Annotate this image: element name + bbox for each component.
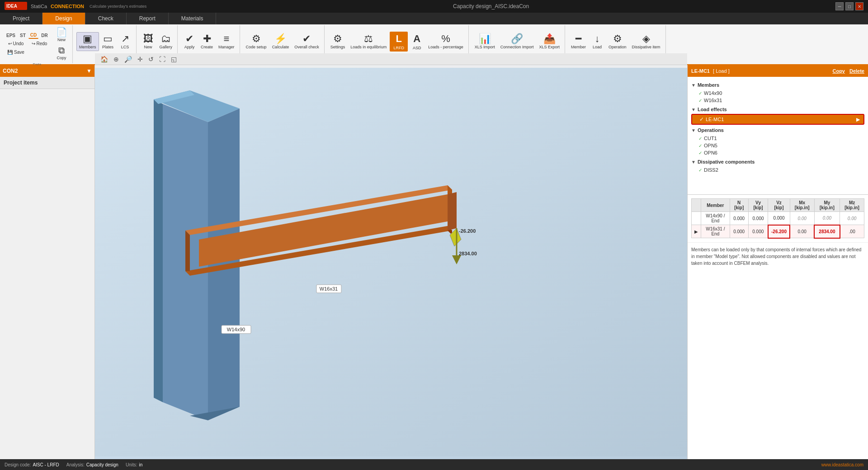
st-button[interactable]: ST	[18, 32, 28, 39]
xls-import-button[interactable]: 📊 XLS Import	[472, 33, 497, 51]
ribbon-group-data: EPS ST CD DR ↩ Undo ↪ Redo 💾 Save 📄 New	[2, 25, 73, 63]
tree-dissipative-category[interactable]: ▼ Dissipative components	[691, 159, 864, 164]
new-load-icon: ↓	[594, 34, 599, 44]
manager-icon: ≡	[223, 34, 229, 44]
rotate-icon[interactable]: ↺	[146, 55, 156, 64]
website-link[interactable]: www.ideastatica.com	[821, 462, 863, 467]
undo-button[interactable]: ↩ Undo	[5, 40, 27, 47]
col-vy: Vy [kip]	[748, 199, 768, 212]
fit-icon[interactable]: ⛶	[157, 55, 167, 64]
tree-item-le-mc1[interactable]: ✓ LE-MC1 ▶	[691, 114, 864, 125]
code-setup-button[interactable]: ⚙ Code setup	[244, 33, 269, 51]
lrfd-button[interactable]: L LRFD	[390, 32, 408, 52]
tab-report[interactable]: Report	[127, 13, 169, 24]
tree-members-category[interactable]: ▼ Members	[691, 82, 864, 88]
row2-member: W16x31 / End	[701, 225, 730, 238]
row2-my[interactable]: 2834.00	[814, 225, 840, 238]
ribbon-data-buttons: EPS ST CD DR ↩ Undo ↪ Redo 💾 Save 📄 New	[5, 26, 70, 61]
tree-operations-category[interactable]: ▼ Operations	[691, 127, 864, 133]
new-load-button[interactable]: ↓ Load	[589, 33, 605, 51]
logo-area: IDEA StatiCa CONNECTION Calculate yester…	[5, 2, 146, 11]
module-name: CONNECTION	[51, 4, 84, 9]
pan-icon[interactable]: ✛	[136, 55, 145, 64]
row2-vy: 0.000	[748, 225, 768, 238]
overall-check-button[interactable]: ✔ Overall check	[292, 33, 321, 51]
tab-design[interactable]: Design	[42, 13, 85, 24]
close-button[interactable]: ✕	[855, 2, 863, 10]
new-picture-button[interactable]: 🖼 New	[140, 33, 156, 51]
tab-materials[interactable]: Materials	[169, 13, 217, 24]
section-icon[interactable]: ◱	[169, 55, 179, 64]
plates-button[interactable]: ▭ Plates	[100, 33, 116, 51]
loads-equilibrium-button[interactable]: ⚖ Loads in equilibrium	[348, 33, 389, 51]
nav-tabs: Project Design Check Report Materials	[0, 13, 868, 24]
new-button[interactable]: 📄 New	[53, 26, 70, 43]
settings-button[interactable]: ⚙ Settings	[328, 33, 348, 51]
zoom-fit-icon[interactable]: ⊕	[112, 55, 121, 64]
panel-header-title: LE-MC1 [ Load ]	[691, 68, 730, 74]
loads-percentage-button[interactable]: % Loads - percentage	[426, 33, 466, 51]
row2-mz: .00	[840, 225, 864, 238]
save-button[interactable]: 💾 Save	[5, 48, 27, 56]
panel-header: LE-MC1 [ Load ] Copy Delete	[688, 65, 868, 77]
le-mc1-label: LE-MC1	[706, 117, 724, 122]
project-dropdown[interactable]: CON2 ▼	[0, 65, 94, 77]
panel-delete-button[interactable]: Delete	[849, 68, 864, 74]
svg-text:-26.200: -26.200	[459, 228, 476, 234]
new-dissipative-button[interactable]: ◈ Dissipative item	[629, 33, 662, 51]
eps-button[interactable]: EPS	[5, 32, 17, 39]
maximize-button[interactable]: □	[845, 2, 854, 10]
lcs-icon: ↗	[121, 34, 129, 44]
w14x90-label: W14x90	[704, 90, 722, 96]
col-expand	[692, 199, 701, 212]
dr-button[interactable]: DR	[39, 32, 49, 39]
connection-import-button[interactable]: 🔗 Connection Import	[498, 33, 536, 51]
row2-expand[interactable]: ▶	[692, 225, 701, 238]
tree-item-opn5[interactable]: ✓ OPN5	[691, 142, 864, 149]
manager-button[interactable]: ≡ Manager	[216, 33, 237, 51]
ribbon-options-buttons: ⚙ Settings ⚖ Loads in equilibrium L LRFD…	[328, 26, 466, 57]
tab-check[interactable]: Check	[85, 13, 127, 24]
new-member-button[interactable]: ━ Member	[569, 33, 588, 51]
apply-button[interactable]: ✔ Apply	[181, 33, 198, 51]
diss2-label: DISS2	[704, 167, 718, 173]
lcs-button[interactable]: ↗ LCS	[117, 33, 133, 51]
calculate-button[interactable]: ⚡ Calculate	[270, 33, 292, 51]
loads-equilibrium-icon: ⚖	[364, 34, 373, 44]
members-label: Members	[698, 82, 719, 88]
apply-icon: ✔	[185, 34, 193, 44]
row2-vz[interactable]: -26.200	[768, 225, 790, 238]
new-operation-button[interactable]: ⚙ Operation	[606, 33, 629, 51]
tree-item-opn6[interactable]: ✓ OPN6	[691, 149, 864, 156]
new-operation-icon: ⚙	[613, 34, 622, 44]
load-effect-subtitle: [ Load ]	[713, 68, 730, 74]
dropdown-arrow-icon: ▼	[86, 68, 92, 74]
redo-button[interactable]: ↪ Redo	[28, 40, 51, 47]
cd-button[interactable]: CD	[28, 32, 38, 39]
window-controls[interactable]: ─ □ ✕	[835, 2, 863, 10]
le-mc1-check-icon: ✓	[699, 116, 704, 122]
tree-item-diss2[interactable]: ✓ DISS2	[691, 166, 864, 174]
home-icon[interactable]: 🏠	[99, 55, 110, 64]
xls-export-button[interactable]: 📤 XLS Export	[537, 33, 562, 51]
tree-item-w14x90[interactable]: ✓ W14x90	[691, 89, 864, 97]
viewport[interactable]: Solid Transparent Wireframe Production c…	[95, 65, 687, 459]
asd-button[interactable]: A ASD	[409, 32, 425, 52]
connection-import-icon: 🔗	[511, 34, 523, 44]
members-button[interactable]: ▣ Members	[76, 32, 99, 51]
gallery-icon: 🗂	[161, 34, 171, 44]
new-picture-icon: 🖼	[143, 34, 153, 44]
ribbon-template-buttons: ✔ Apply ✚ Create ≡ Manager	[181, 26, 237, 57]
product-name: StatiCa	[31, 4, 47, 9]
tab-project[interactable]: Project	[0, 13, 42, 24]
copy-button[interactable]: ⧉ Copy	[53, 44, 70, 61]
zoom-icon[interactable]: 🔎	[123, 55, 134, 64]
tree-item-w16x31[interactable]: ✓ W16x31	[691, 97, 864, 104]
gallery-button[interactable]: 🗂 Gallery	[157, 33, 175, 51]
tree-item-cut1[interactable]: ✓ CUT1	[691, 135, 864, 142]
create-button[interactable]: ✚ Create	[198, 33, 215, 51]
create-icon: ✚	[203, 34, 211, 44]
panel-copy-button[interactable]: Copy	[832, 68, 845, 74]
tree-load-effects-category[interactable]: ▼ Load effects	[691, 107, 864, 112]
minimize-button[interactable]: ─	[835, 2, 844, 10]
